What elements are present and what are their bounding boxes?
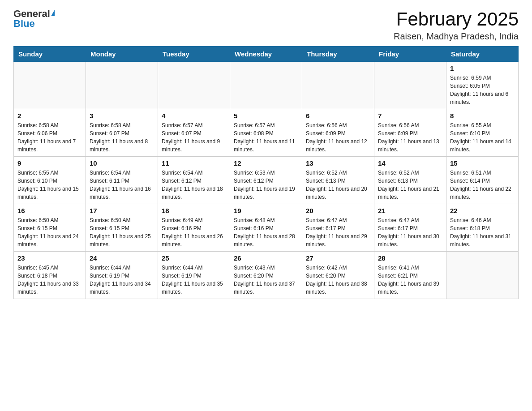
day-info: Sunrise: 6:47 AMSunset: 6:17 PMDaylight:… xyxy=(378,216,442,248)
day-of-week-header: Friday xyxy=(374,47,446,62)
calendar-day-cell: 7Sunrise: 6:56 AMSunset: 6:09 PMDaylight… xyxy=(374,109,446,157)
calendar-day-cell: 22Sunrise: 6:46 AMSunset: 6:18 PMDayligh… xyxy=(446,204,519,252)
calendar-day-cell: 21Sunrise: 6:47 AMSunset: 6:17 PMDayligh… xyxy=(374,204,446,252)
calendar-day-cell: 11Sunrise: 6:54 AMSunset: 6:12 PMDayligh… xyxy=(158,157,230,204)
day-info: Sunrise: 6:55 AMSunset: 6:10 PMDaylight:… xyxy=(17,169,82,201)
day-number: 25 xyxy=(162,254,226,262)
day-info: Sunrise: 6:44 AMSunset: 6:19 PMDaylight:… xyxy=(162,264,226,296)
calendar-day-cell: 9Sunrise: 6:55 AMSunset: 6:10 PMDaylight… xyxy=(14,157,86,204)
calendar-day-cell: 15Sunrise: 6:51 AMSunset: 6:14 PMDayligh… xyxy=(446,157,519,204)
logo: General Blue xyxy=(13,9,55,29)
day-info: Sunrise: 6:54 AMSunset: 6:12 PMDaylight:… xyxy=(162,169,226,201)
calendar-day-cell: 20Sunrise: 6:47 AMSunset: 6:17 PMDayligh… xyxy=(302,204,374,252)
calendar-week-row: 2Sunrise: 6:58 AMSunset: 6:06 PMDaylight… xyxy=(14,109,519,157)
calendar-day-cell: 1Sunrise: 6:59 AMSunset: 6:05 PMDaylight… xyxy=(446,62,519,109)
day-info: Sunrise: 6:58 AMSunset: 6:06 PMDaylight:… xyxy=(17,121,82,154)
logo-general-text: General xyxy=(13,9,50,19)
day-info: Sunrise: 6:45 AMSunset: 6:18 PMDaylight:… xyxy=(17,264,82,296)
day-of-week-header: Saturday xyxy=(446,47,519,62)
day-info: Sunrise: 6:44 AMSunset: 6:19 PMDaylight:… xyxy=(90,264,154,296)
calendar-day-cell xyxy=(374,62,446,109)
calendar-day-cell: 2Sunrise: 6:58 AMSunset: 6:06 PMDaylight… xyxy=(14,109,86,157)
subtitle: Raisen, Madhya Pradesh, India xyxy=(394,31,519,42)
calendar-day-cell xyxy=(158,62,230,109)
calendar-week-row: 9Sunrise: 6:55 AMSunset: 6:10 PMDaylight… xyxy=(14,157,519,204)
day-number: 10 xyxy=(90,159,154,167)
logo-blue-text: Blue xyxy=(13,18,35,29)
day-info: Sunrise: 6:54 AMSunset: 6:11 PMDaylight:… xyxy=(90,169,154,201)
calendar-day-cell: 25Sunrise: 6:44 AMSunset: 6:19 PMDayligh… xyxy=(158,252,230,299)
day-info: Sunrise: 6:56 AMSunset: 6:09 PMDaylight:… xyxy=(306,121,370,154)
day-number: 21 xyxy=(378,207,442,214)
day-number: 3 xyxy=(90,112,154,120)
page-title: February 2025 xyxy=(394,9,519,30)
calendar-day-cell: 18Sunrise: 6:49 AMSunset: 6:16 PMDayligh… xyxy=(158,204,230,252)
day-number: 12 xyxy=(234,159,298,167)
day-of-week-header: Thursday xyxy=(302,47,374,62)
day-info: Sunrise: 6:51 AMSunset: 6:14 PMDaylight:… xyxy=(450,169,515,201)
day-info: Sunrise: 6:59 AMSunset: 6:05 PMDaylight:… xyxy=(450,74,515,106)
title-area: February 2025 Raisen, Madhya Pradesh, In… xyxy=(394,9,519,42)
day-number: 19 xyxy=(234,207,298,214)
day-number: 15 xyxy=(450,159,515,167)
day-of-week-header: Wednesday xyxy=(230,47,302,62)
calendar-week-row: 1Sunrise: 6:59 AMSunset: 6:05 PMDaylight… xyxy=(14,62,519,109)
calendar-day-cell: 6Sunrise: 6:56 AMSunset: 6:09 PMDaylight… xyxy=(302,109,374,157)
calendar-day-cell xyxy=(446,252,519,299)
day-of-week-header: Monday xyxy=(86,47,158,62)
calendar-day-cell: 8Sunrise: 6:55 AMSunset: 6:10 PMDaylight… xyxy=(446,109,519,157)
calendar-day-cell: 3Sunrise: 6:58 AMSunset: 6:07 PMDaylight… xyxy=(86,109,158,157)
day-info: Sunrise: 6:49 AMSunset: 6:16 PMDaylight:… xyxy=(162,216,226,248)
day-info: Sunrise: 6:52 AMSunset: 6:13 PMDaylight:… xyxy=(378,169,442,201)
calendar-day-cell xyxy=(230,62,302,109)
day-number: 8 xyxy=(450,112,515,120)
calendar-day-cell: 16Sunrise: 6:50 AMSunset: 6:15 PMDayligh… xyxy=(14,204,86,252)
calendar-day-cell: 12Sunrise: 6:53 AMSunset: 6:12 PMDayligh… xyxy=(230,157,302,204)
day-info: Sunrise: 6:57 AMSunset: 6:08 PMDaylight:… xyxy=(234,121,298,154)
day-number: 14 xyxy=(378,159,442,167)
header: General Blue February 2025 Raisen, Madhy… xyxy=(13,9,519,42)
calendar-day-cell: 26Sunrise: 6:43 AMSunset: 6:20 PMDayligh… xyxy=(230,252,302,299)
day-number: 18 xyxy=(162,207,226,214)
day-info: Sunrise: 6:56 AMSunset: 6:09 PMDaylight:… xyxy=(378,121,442,154)
calendar-week-row: 16Sunrise: 6:50 AMSunset: 6:15 PMDayligh… xyxy=(14,204,519,252)
day-info: Sunrise: 6:50 AMSunset: 6:15 PMDaylight:… xyxy=(90,216,154,248)
day-of-week-header: Tuesday xyxy=(158,47,230,62)
calendar-day-cell xyxy=(86,62,158,109)
calendar-day-cell: 24Sunrise: 6:44 AMSunset: 6:19 PMDayligh… xyxy=(86,252,158,299)
day-number: 20 xyxy=(306,207,370,214)
day-info: Sunrise: 6:57 AMSunset: 6:07 PMDaylight:… xyxy=(162,121,226,154)
day-of-week-header: Sunday xyxy=(14,47,86,62)
day-number: 9 xyxy=(17,159,82,167)
calendar-day-cell: 5Sunrise: 6:57 AMSunset: 6:08 PMDaylight… xyxy=(230,109,302,157)
calendar-day-cell xyxy=(14,62,86,109)
day-info: Sunrise: 6:42 AMSunset: 6:20 PMDaylight:… xyxy=(306,264,370,296)
calendar-day-cell: 23Sunrise: 6:45 AMSunset: 6:18 PMDayligh… xyxy=(14,252,86,299)
day-number: 26 xyxy=(234,254,298,262)
day-number: 4 xyxy=(162,112,226,120)
day-info: Sunrise: 6:41 AMSunset: 6:21 PMDaylight:… xyxy=(378,264,442,296)
calendar-day-cell: 27Sunrise: 6:42 AMSunset: 6:20 PMDayligh… xyxy=(302,252,374,299)
day-number: 24 xyxy=(90,254,154,262)
day-number: 16 xyxy=(17,207,82,214)
calendar-day-cell: 19Sunrise: 6:48 AMSunset: 6:16 PMDayligh… xyxy=(230,204,302,252)
day-number: 23 xyxy=(17,254,82,262)
day-info: Sunrise: 6:52 AMSunset: 6:13 PMDaylight:… xyxy=(306,169,370,201)
day-number: 1 xyxy=(450,64,515,72)
day-number: 6 xyxy=(306,112,370,120)
day-number: 2 xyxy=(17,112,82,120)
calendar-header-row: SundayMondayTuesdayWednesdayThursdayFrid… xyxy=(14,47,519,62)
calendar-day-cell: 4Sunrise: 6:57 AMSunset: 6:07 PMDaylight… xyxy=(158,109,230,157)
day-info: Sunrise: 6:47 AMSunset: 6:17 PMDaylight:… xyxy=(306,216,370,248)
calendar-table: SundayMondayTuesdayWednesdayThursdayFrid… xyxy=(13,46,519,299)
calendar-day-cell: 14Sunrise: 6:52 AMSunset: 6:13 PMDayligh… xyxy=(374,157,446,204)
day-info: Sunrise: 6:50 AMSunset: 6:15 PMDaylight:… xyxy=(17,216,82,248)
day-info: Sunrise: 6:55 AMSunset: 6:10 PMDaylight:… xyxy=(450,121,515,154)
day-info: Sunrise: 6:58 AMSunset: 6:07 PMDaylight:… xyxy=(90,121,154,154)
day-number: 13 xyxy=(306,159,370,167)
day-number: 22 xyxy=(450,207,515,214)
day-info: Sunrise: 6:43 AMSunset: 6:20 PMDaylight:… xyxy=(234,264,298,296)
day-number: 7 xyxy=(378,112,442,120)
day-number: 11 xyxy=(162,159,226,167)
calendar-day-cell: 10Sunrise: 6:54 AMSunset: 6:11 PMDayligh… xyxy=(86,157,158,204)
